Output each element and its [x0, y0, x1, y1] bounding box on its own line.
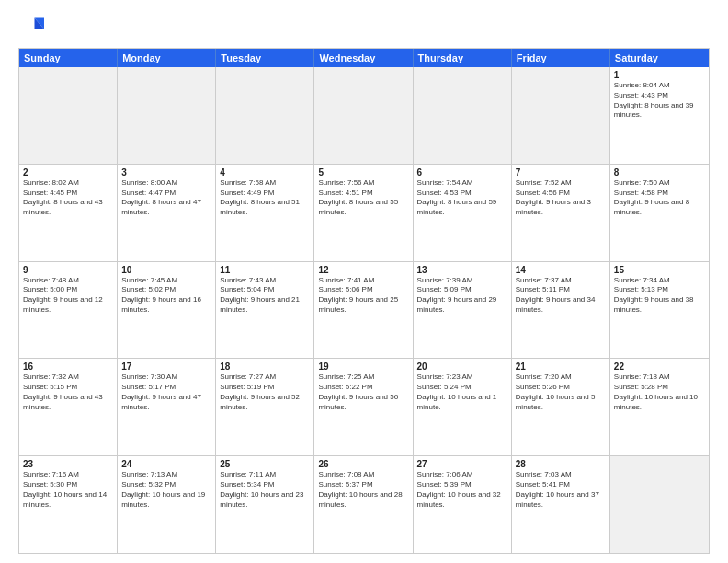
calendar-cell-27: 27Sunrise: 7:06 AM Sunset: 5:39 PM Dayli…: [414, 456, 512, 553]
day-info: Sunrise: 7:39 AM Sunset: 5:09 PM Dayligh…: [417, 276, 507, 316]
calendar-header: SundayMondayTuesdayWednesdayThursdayFrid…: [19, 49, 709, 67]
calendar-cell-3: 3Sunrise: 8:00 AM Sunset: 4:47 PM Daylig…: [118, 165, 216, 261]
calendar-cell-4: 4Sunrise: 7:58 AM Sunset: 4:49 PM Daylig…: [216, 165, 314, 261]
calendar-cell-26: 26Sunrise: 7:08 AM Sunset: 5:37 PM Dayli…: [314, 456, 413, 553]
day-number: 10: [121, 265, 211, 275]
day-info: Sunrise: 7:52 AM Sunset: 4:56 PM Dayligh…: [516, 178, 606, 218]
calendar-cell-empty-0-2: [216, 67, 314, 164]
calendar-cell-28: 28Sunrise: 7:03 AM Sunset: 5:41 PM Dayli…: [512, 456, 610, 553]
calendar-cell-2: 2Sunrise: 8:02 AM Sunset: 4:45 PM Daylig…: [19, 165, 118, 261]
day-number: 22: [614, 362, 705, 372]
header-day-saturday: Saturday: [610, 49, 709, 67]
calendar-row-4: 23Sunrise: 7:16 AM Sunset: 5:30 PM Dayli…: [19, 456, 709, 553]
day-number: 17: [121, 362, 211, 372]
day-number: 6: [417, 167, 507, 178]
logo: [18, 15, 48, 40]
day-number: 9: [23, 265, 113, 275]
calendar-cell-19: 19Sunrise: 7:25 AM Sunset: 5:22 PM Dayli…: [314, 359, 413, 455]
calendar-cell-17: 17Sunrise: 7:30 AM Sunset: 5:17 PM Dayli…: [118, 359, 216, 455]
day-info: Sunrise: 7:32 AM Sunset: 5:15 PM Dayligh…: [23, 373, 113, 412]
calendar-cell-6: 6Sunrise: 7:54 AM Sunset: 4:53 PM Daylig…: [414, 165, 512, 261]
day-info: Sunrise: 7:06 AM Sunset: 5:39 PM Dayligh…: [417, 470, 507, 510]
calendar-cell-empty-0-0: [19, 67, 118, 164]
day-number: 12: [318, 265, 408, 275]
day-number: 2: [23, 167, 113, 178]
calendar-cell-21: 21Sunrise: 7:20 AM Sunset: 5:26 PM Dayli…: [512, 359, 610, 455]
day-number: 21: [516, 362, 606, 372]
day-number: 13: [417, 265, 507, 275]
day-info: Sunrise: 7:18 AM Sunset: 5:28 PM Dayligh…: [614, 373, 705, 412]
calendar-cell-8: 8Sunrise: 7:50 AM Sunset: 4:58 PM Daylig…: [610, 165, 709, 261]
day-number: 19: [318, 362, 408, 372]
day-number: 16: [23, 362, 113, 372]
calendar-cell-11: 11Sunrise: 7:43 AM Sunset: 5:04 PM Dayli…: [216, 262, 314, 359]
day-number: 25: [220, 459, 310, 469]
header-day-wednesday: Wednesday: [314, 49, 413, 67]
day-info: Sunrise: 7:16 AM Sunset: 5:30 PM Dayligh…: [23, 470, 113, 510]
calendar-cell-12: 12Sunrise: 7:41 AM Sunset: 5:06 PM Dayli…: [314, 262, 413, 359]
calendar-cell-empty-0-3: [314, 67, 413, 164]
day-number: 14: [516, 265, 606, 275]
day-number: 28: [516, 459, 606, 469]
page: SundayMondayTuesdayWednesdayThursdayFrid…: [0, 0, 728, 563]
day-info: Sunrise: 8:04 AM Sunset: 4:43 PM Dayligh…: [614, 81, 705, 121]
day-number: 11: [220, 265, 310, 275]
day-info: Sunrise: 7:23 AM Sunset: 5:24 PM Dayligh…: [417, 373, 507, 412]
header: [18, 15, 710, 40]
day-number: 5: [318, 167, 408, 178]
day-number: 20: [417, 362, 507, 372]
day-info: Sunrise: 7:50 AM Sunset: 4:58 PM Dayligh…: [614, 178, 705, 218]
calendar-row-2: 9Sunrise: 7:48 AM Sunset: 5:00 PM Daylig…: [19, 262, 709, 360]
day-info: Sunrise: 7:56 AM Sunset: 4:51 PM Dayligh…: [318, 178, 408, 218]
calendar-cell-empty-0-5: [512, 67, 610, 164]
calendar-cell-empty-4-6: [610, 456, 709, 553]
day-info: Sunrise: 7:27 AM Sunset: 5:19 PM Dayligh…: [220, 373, 310, 412]
day-info: Sunrise: 8:02 AM Sunset: 4:45 PM Dayligh…: [23, 178, 113, 218]
calendar-cell-15: 15Sunrise: 7:34 AM Sunset: 5:13 PM Dayli…: [610, 262, 709, 359]
calendar-cell-empty-0-4: [414, 67, 512, 164]
calendar-cell-14: 14Sunrise: 7:37 AM Sunset: 5:11 PM Dayli…: [512, 262, 610, 359]
day-info: Sunrise: 7:30 AM Sunset: 5:17 PM Dayligh…: [121, 373, 211, 412]
calendar-row-1: 2Sunrise: 8:02 AM Sunset: 4:45 PM Daylig…: [19, 165, 709, 262]
day-info: Sunrise: 7:25 AM Sunset: 5:22 PM Dayligh…: [318, 373, 408, 412]
header-day-friday: Friday: [512, 49, 610, 67]
calendar-cell-empty-0-1: [118, 67, 216, 164]
day-info: Sunrise: 7:11 AM Sunset: 5:34 PM Dayligh…: [220, 470, 310, 510]
day-info: Sunrise: 7:37 AM Sunset: 5:11 PM Dayligh…: [516, 276, 606, 316]
day-info: Sunrise: 7:58 AM Sunset: 4:49 PM Dayligh…: [220, 178, 310, 218]
calendar-cell-23: 23Sunrise: 7:16 AM Sunset: 5:30 PM Dayli…: [19, 456, 118, 553]
calendar-cell-22: 22Sunrise: 7:18 AM Sunset: 5:28 PM Dayli…: [610, 359, 709, 455]
calendar-cell-1: 1Sunrise: 8:04 AM Sunset: 4:43 PM Daylig…: [610, 67, 709, 164]
calendar-cell-9: 9Sunrise: 7:48 AM Sunset: 5:00 PM Daylig…: [19, 262, 118, 359]
day-info: Sunrise: 7:03 AM Sunset: 5:41 PM Dayligh…: [516, 470, 606, 510]
day-number: 23: [23, 459, 113, 469]
day-info: Sunrise: 7:48 AM Sunset: 5:00 PM Dayligh…: [23, 276, 113, 316]
header-day-tuesday: Tuesday: [216, 49, 314, 67]
calendar-cell-16: 16Sunrise: 7:32 AM Sunset: 5:15 PM Dayli…: [19, 359, 118, 455]
day-number: 8: [614, 167, 705, 178]
calendar-cell-24: 24Sunrise: 7:13 AM Sunset: 5:32 PM Dayli…: [118, 456, 216, 553]
calendar-body: 1Sunrise: 8:04 AM Sunset: 4:43 PM Daylig…: [19, 67, 709, 553]
calendar-cell-25: 25Sunrise: 7:11 AM Sunset: 5:34 PM Dayli…: [216, 456, 314, 553]
day-number: 1: [614, 70, 705, 80]
day-info: Sunrise: 8:00 AM Sunset: 4:47 PM Dayligh…: [121, 178, 211, 218]
day-info: Sunrise: 7:34 AM Sunset: 5:13 PM Dayligh…: [614, 276, 705, 316]
day-info: Sunrise: 7:54 AM Sunset: 4:53 PM Dayligh…: [417, 178, 507, 218]
day-number: 3: [121, 167, 211, 178]
day-number: 26: [318, 459, 408, 469]
day-number: 24: [121, 459, 211, 469]
day-number: 27: [417, 459, 507, 469]
calendar-cell-13: 13Sunrise: 7:39 AM Sunset: 5:09 PM Dayli…: [414, 262, 512, 359]
calendar-row-3: 16Sunrise: 7:32 AM Sunset: 5:15 PM Dayli…: [19, 359, 709, 456]
calendar: SundayMondayTuesdayWednesdayThursdayFrid…: [18, 48, 710, 554]
day-number: 15: [614, 265, 705, 275]
day-info: Sunrise: 7:41 AM Sunset: 5:06 PM Dayligh…: [318, 276, 408, 316]
logo-icon: [18, 15, 44, 40]
calendar-cell-10: 10Sunrise: 7:45 AM Sunset: 5:02 PM Dayli…: [118, 262, 216, 359]
day-info: Sunrise: 7:13 AM Sunset: 5:32 PM Dayligh…: [121, 470, 211, 510]
day-number: 4: [220, 167, 310, 178]
calendar-cell-20: 20Sunrise: 7:23 AM Sunset: 5:24 PM Dayli…: [414, 359, 512, 455]
day-info: Sunrise: 7:45 AM Sunset: 5:02 PM Dayligh…: [121, 276, 211, 316]
header-day-thursday: Thursday: [414, 49, 512, 67]
day-number: 18: [220, 362, 310, 372]
